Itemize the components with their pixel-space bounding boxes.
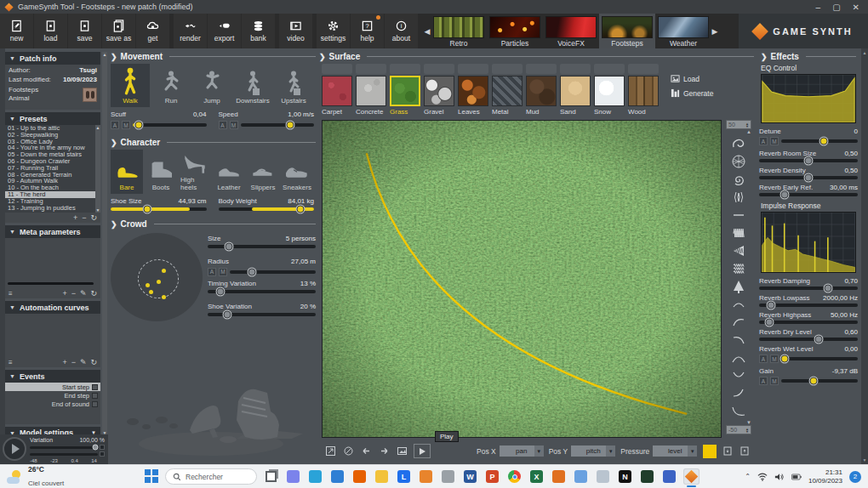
fit-view-icon[interactable] [324, 445, 337, 457]
option-upstairs[interactable]: Upstairs [274, 64, 313, 107]
toolbar-button-video[interactable]: video [279, 14, 313, 48]
slider-timing-variation[interactable] [208, 290, 316, 293]
surface-variation-slot[interactable] [560, 64, 591, 74]
curve-tool-line-icon[interactable] [728, 206, 750, 224]
taskbar-icon-rocket-app[interactable] [595, 468, 611, 485]
surface-variation-slot[interactable] [492, 64, 523, 74]
slider-knob[interactable] [825, 285, 832, 292]
taskbar-icon-powerpoint[interactable]: P [484, 468, 500, 485]
option-run[interactable]: Run [151, 64, 191, 107]
patch-info-header[interactable]: ▼Patch info [5, 52, 100, 65]
toolbar-button-load[interactable]: load [34, 14, 68, 48]
meter-option-box[interactable] [100, 451, 105, 457]
tabs-scroll-left-icon[interactable]: ◀ [424, 27, 431, 36]
start-button[interactable] [145, 469, 159, 484]
preset-remove-button[interactable]: − [82, 213, 86, 222]
surface-variation-slot[interactable] [322, 64, 352, 74]
slider-knob[interactable] [809, 377, 817, 385]
surface-variation-slot[interactable] [390, 64, 420, 74]
surface-variation-slot[interactable] [526, 64, 557, 74]
effects-scrollbar[interactable]: ▲▼ [861, 48, 868, 464]
close-button[interactable]: ✕ [853, 3, 859, 12]
slider-gain[interactable] [781, 379, 858, 383]
range-bottom-spinbox[interactable]: -50▲▼ [726, 425, 751, 434]
meta-parameters-header[interactable]: ▼Meta parameters [5, 225, 100, 238]
taskbar-icon-green-app[interactable] [639, 468, 655, 485]
tabs-scroll-right-icon[interactable]: ▶ [711, 27, 718, 36]
surface-texture-concrete[interactable] [356, 76, 386, 106]
slider-radius[interactable] [230, 270, 316, 274]
slider-knob[interactable] [765, 319, 773, 326]
midi-button[interactable]: M [770, 137, 779, 145]
option-sneakers[interactable]: Sneakers [281, 150, 313, 194]
meta-add-button[interactable]: + [62, 289, 66, 298]
toolbar-button-get[interactable]: get [136, 14, 170, 48]
toolbar-button-save[interactable]: save [68, 14, 102, 48]
taskbar-icon-gamesynth[interactable] [683, 468, 700, 485]
meta-menu-icon[interactable]: ≡ [9, 290, 13, 298]
surface-texture-sand[interactable] [560, 76, 591, 106]
event-checkbox[interactable] [92, 384, 98, 390]
taskbar-clock[interactable]: 21:3110/09/2023 [808, 468, 842, 485]
curve-tool-tree-icon[interactable] [728, 277, 750, 295]
midi-button[interactable]: M [122, 121, 130, 129]
slider-knob[interactable] [781, 191, 789, 199]
automate-button[interactable]: A [219, 121, 227, 129]
option-downstairs[interactable]: Downstairs [233, 64, 272, 107]
toolbar-button-save-as[interactable]: save as [102, 14, 136, 48]
meta-refresh-button[interactable]: ↻ [90, 289, 97, 298]
taskbar-icon-task-view[interactable] [263, 468, 279, 485]
canvas-play-button[interactable]: Play [414, 444, 431, 458]
pressure-dropdown[interactable]: level▼ [653, 445, 697, 457]
slider-knob[interactable] [297, 206, 305, 213]
undo-icon[interactable] [360, 445, 373, 457]
slider-scuff[interactable] [133, 123, 207, 127]
taskbar-icon-word[interactable]: W [462, 468, 478, 485]
slider-knob[interactable] [226, 243, 233, 251]
curve-tool-arc7-icon[interactable] [728, 402, 750, 420]
clear-canvas-icon[interactable] [342, 445, 355, 457]
curve-tool-sphere-icon[interactable] [728, 152, 750, 170]
option-jump[interactable]: Jump [192, 64, 231, 107]
option-bare[interactable]: Bare [111, 150, 143, 194]
option-leather[interactable]: Leather [213, 150, 245, 194]
automation-menu-icon[interactable]: ≡ [9, 359, 13, 366]
taskbar-icon-notion[interactable]: N [617, 468, 633, 485]
slider-knob[interactable] [217, 288, 225, 296]
model-tab-particles[interactable]: Particles [487, 14, 543, 48]
event-item-end-step[interactable]: End step [5, 391, 100, 400]
midi-button[interactable]: M [770, 377, 779, 385]
curve-tool-arc1-icon[interactable] [728, 295, 750, 313]
slider-knob[interactable] [143, 206, 151, 213]
slider-size[interactable] [208, 245, 316, 248]
option-boots[interactable]: Boots [145, 150, 177, 194]
surface-texture-grass[interactable] [390, 76, 420, 106]
curve-tool-noise-icon[interactable] [728, 224, 750, 241]
slider-knob[interactable] [780, 355, 788, 363]
option-slippers[interactable]: Slippers [247, 150, 279, 194]
toolbar-button-new[interactable]: new [0, 14, 34, 48]
surface-variation-slot[interactable] [458, 64, 488, 74]
model-tab-voicefx[interactable]: VoiceFX [543, 14, 599, 48]
taskbar-icon-chrome[interactable] [506, 468, 523, 485]
taskbar-icon-orange-app[interactable] [418, 468, 434, 485]
automation-add-button[interactable]: + [62, 358, 66, 366]
slider-detune[interactable] [781, 139, 858, 143]
meta-edit-button[interactable]: ✎ [80, 289, 87, 298]
background-image-icon[interactable] [396, 445, 408, 457]
surface-variation-slot[interactable] [424, 64, 454, 74]
curve-tool-arc5-icon[interactable] [728, 366, 750, 384]
midi-button[interactable]: M [219, 268, 227, 276]
preset-refresh-button[interactable]: ↻ [90, 213, 97, 222]
curve-tool-curl-icon[interactable] [728, 134, 750, 152]
sidebar-scrollbar[interactable]: ▲▼ [102, 52, 107, 435]
surface-variation-slot[interactable] [356, 64, 386, 74]
automation-curves-header[interactable]: ▼Automation curves [5, 301, 100, 314]
slider-reverb-damping[interactable] [759, 287, 858, 290]
slider-reverb-room-size[interactable] [759, 159, 858, 162]
copy-page-icon[interactable] [722, 445, 734, 457]
model-tab-footsteps[interactable]: Footsteps [599, 14, 655, 48]
taskbar-icon-grid-app[interactable] [551, 468, 567, 485]
redo-icon[interactable] [378, 445, 391, 457]
midi-button[interactable]: M [230, 121, 238, 129]
